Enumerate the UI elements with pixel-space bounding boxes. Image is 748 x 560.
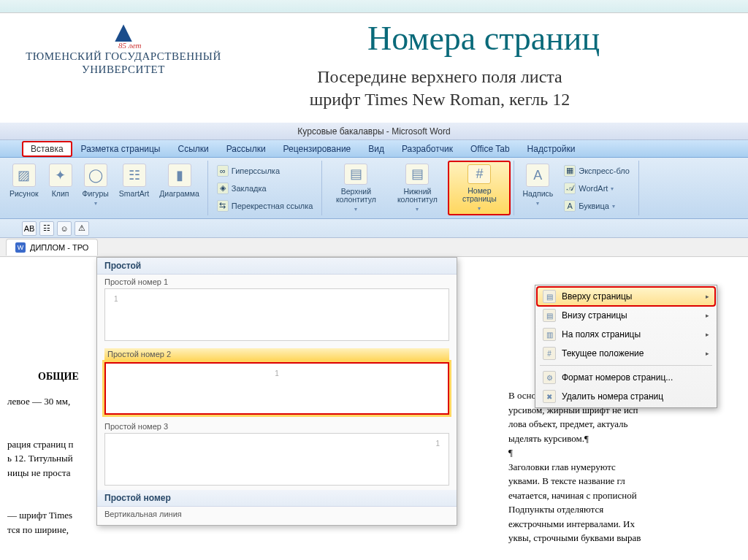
chevron-down-icon: ▾ (478, 205, 481, 212)
page-number-dropdown: ▤ Вверху страницы ▸ ▤ Внизу страницы ▸ ▥… (535, 285, 717, 408)
bookmark-label: Закладка (232, 184, 267, 193)
bookmark-button[interactable]: ◈ Закладка (214, 180, 316, 196)
chevron-down-icon: ▾ (611, 185, 614, 192)
page-number-mark-icon: 1 (275, 369, 279, 377)
document-tabs: W ДИПЛОМ - ТРО (0, 238, 748, 257)
document-text-right: В основном тексте допусурсивом, жирный ш… (508, 388, 742, 545)
gallery-item-num2-label: Простой номер 2 (104, 348, 449, 360)
menu-top-of-page[interactable]: ▤ Вверху страницы ▸ (537, 287, 715, 306)
express-label: Экспресс-бло (579, 166, 630, 175)
gallery-item-vline[interactable]: Вертикальная линия (97, 507, 457, 525)
subtitle-line-1: Посередине верхнего поля листа (317, 67, 562, 86)
menu-bottom-of-page[interactable]: ▤ Внизу страницы ▸ (537, 306, 715, 325)
slide-title: Номера страниц (234, 19, 733, 58)
word-doc-icon: W (15, 242, 26, 253)
gallery-item-num3-label: Простой номер 3 (104, 422, 449, 431)
wordart-label: WordArt (579, 184, 608, 193)
wordart-button[interactable]: 𝒜 WordArt ▾ (561, 180, 633, 196)
chart-icon: ▮ (168, 164, 191, 187)
gallery-item-num1[interactable]: Простой номер 1 1 (97, 275, 457, 345)
picture-button[interactable]: ▨ Рисунок (4, 161, 44, 215)
document-tab[interactable]: W ДИПЛОМ - ТРО (6, 239, 98, 256)
header-label: Верхний колонтитул (330, 188, 381, 204)
crossref-button[interactable]: ⇆ Перекрестная ссылка (214, 198, 316, 214)
chart-label: Диаграмма (159, 190, 199, 199)
footer-icon: ▤ (405, 164, 429, 185)
clip-label: Клип (52, 190, 69, 199)
express-icon: ▦ (564, 165, 576, 177)
chevron-down-icon: ▾ (416, 206, 419, 212)
tab-officetab[interactable]: Office Tab (462, 141, 519, 157)
tab-references[interactable]: Ссылки (169, 141, 217, 157)
tab-developer[interactable]: Разработчик (393, 141, 462, 157)
menu-current-position[interactable]: # Текущее положение ▸ (537, 344, 715, 363)
ribbon-tabs: Вставка Разметка страницы Ссылки Рассылк… (0, 140, 748, 158)
remove-icon: ✖ (543, 390, 556, 403)
slide-subtitle: Посередине верхнего поля листа шрифт Tim… (146, 66, 733, 111)
chevron-down-icon: ▾ (612, 203, 615, 210)
header-button[interactable]: ▤ Верхний колонтитул ▾ (325, 161, 386, 215)
gallery-header-simple-num: Простой номер (97, 490, 457, 507)
tab-addins[interactable]: Надстройки (519, 141, 584, 157)
footer-button[interactable]: ▤ Нижний колонтитул ▾ (386, 161, 448, 215)
menu-separator (540, 365, 712, 366)
word-window: Курсовые бакалавры - Microsoft Word Вста… (0, 123, 748, 560)
shapes-icon: ◯ (84, 164, 107, 187)
page-number-gallery: Простой Простой номер 1 1 Простой номер … (96, 257, 457, 526)
menu-bottom-of-page-label: Внизу страницы (562, 310, 627, 321)
page-bottom-icon: ▤ (543, 309, 556, 322)
gallery-item-num3-preview: 1 (104, 433, 449, 486)
document-tab-label: ДИПЛОМ - ТРО (30, 243, 88, 252)
gallery-item-vline-label: Вертикальная линия (104, 510, 449, 518)
window-title-bar: Курсовые бакалавры - Microsoft Word (0, 123, 748, 140)
toolbar-smiley-icon[interactable]: ☺ (57, 221, 72, 236)
tab-mailings[interactable]: Рассылки (218, 141, 275, 157)
document-canvas: ОБЩИЕ левое — 30 мм,рация страниц пь 12.… (0, 257, 748, 560)
smartart-button[interactable]: ☷ SmartArt (114, 161, 154, 215)
page-number-mark-icon: 1 (435, 440, 440, 448)
chart-button[interactable]: ▮ Диаграмма (154, 161, 205, 215)
menu-format-page-numbers[interactable]: ⚙ Формат номеров страниц... (537, 368, 715, 387)
smartart-label: SmartArt (119, 190, 149, 199)
menu-remove-page-numbers[interactable]: ✖ Удалить номера страниц (537, 387, 715, 406)
shapes-label: Фигуры (83, 190, 109, 199)
clip-icon: ✦ (49, 164, 72, 187)
textbox-button[interactable]: A Надпись ▾ (517, 161, 558, 215)
hyperlink-icon: ∞ (217, 165, 229, 177)
document-text-left: левое — 30 мм,рация страниц пь 12. Титул… (7, 394, 102, 537)
textbox-icon: A (526, 164, 549, 187)
wordart-icon: 𝒜 (564, 183, 576, 194)
gallery-item-num2[interactable]: Простой номер 2 1 (97, 345, 457, 419)
menu-remove-label: Удалить номера страниц (562, 391, 663, 402)
page-number-icon: # (468, 164, 491, 184)
tab-insert[interactable]: Вставка (22, 141, 72, 157)
toolbar-tree-icon[interactable]: ☷ (39, 221, 54, 236)
menu-page-margins[interactable]: ▥ На полях страницы ▸ (537, 325, 715, 344)
document-heading: ОБЩИЕ (38, 371, 79, 383)
current-position-icon: # (543, 347, 556, 360)
shapes-button[interactable]: ◯ Фигуры ▾ (77, 161, 114, 215)
anniversary-badge: 85 лет (118, 41, 142, 50)
ribbon: ▨ Рисунок ✦ Клип ◯ Фигуры ▾ ☷ SmartArt (0, 158, 748, 219)
menu-current-position-label: Текущее положение (562, 348, 644, 358)
chevron-right-icon: ▸ (706, 350, 709, 357)
tab-layout[interactable]: Разметка страницы (72, 141, 169, 157)
gallery-item-num3[interactable]: Простой номер 3 1 (97, 419, 457, 490)
gallery-item-num1-preview: 1 (104, 288, 449, 341)
gallery-item-num2-preview: 1 (104, 362, 449, 415)
page-number-button[interactable]: # Номер страницы ▾ (448, 161, 511, 215)
tab-review[interactable]: Рецензирование (275, 141, 360, 157)
tab-view[interactable]: Вид (359, 141, 393, 157)
subtitle-line-2: шрифт Times New Roman, кегль 12 (310, 90, 570, 109)
crossref-icon: ⇆ (217, 200, 229, 212)
picture-icon: ▨ (12, 164, 36, 187)
toolbar-underline-icon[interactable]: AB (22, 221, 37, 236)
clip-button[interactable]: ✦ Клип (44, 161, 77, 215)
format-icon: ⚙ (543, 371, 556, 384)
dropcap-button[interactable]: A Буквица ▾ (561, 198, 633, 214)
express-button[interactable]: ▦ Экспресс-бло (561, 163, 633, 179)
picture-label: Рисунок (9, 190, 39, 199)
hyperlink-button[interactable]: ∞ Гиперссылка (214, 163, 316, 179)
toolbar-warn-icon[interactable]: ⚠ (75, 221, 89, 236)
top-decor-band (0, 0, 748, 13)
